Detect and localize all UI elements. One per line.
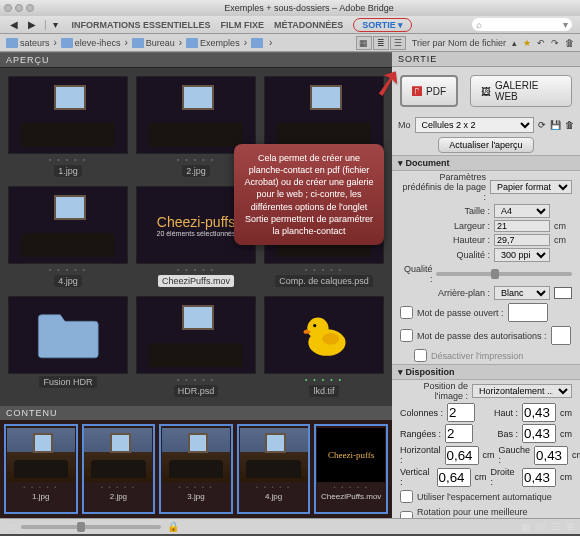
bottom-input[interactable] [522, 424, 556, 443]
rating-dots[interactable]: • • • • • [49, 156, 87, 163]
film-thumb-0[interactable]: • • • • •1.jpg [4, 424, 78, 514]
rating-dots[interactable]: • • • • • [177, 156, 215, 163]
section-disposition[interactable]: Disposition [392, 364, 580, 380]
folder-icon [6, 38, 18, 48]
dropdown-icon[interactable]: ▾ [53, 19, 58, 30]
view-thumb-icon[interactable]: ▤ [536, 521, 545, 532]
hspace-input[interactable] [445, 446, 479, 465]
panel-apercu-header[interactable]: APERÇU [0, 52, 392, 68]
film-thumb-4[interactable]: Cheezi-puffs• • • • •CheeziPuffs.mov [314, 424, 388, 514]
tab-output[interactable]: SORTIE▾ [353, 18, 412, 32]
output-web-button[interactable]: 🖼GALERIE WEB [470, 75, 572, 107]
right-input[interactable] [522, 468, 556, 487]
disable-print-check[interactable] [414, 349, 427, 362]
film-thumb-3[interactable]: • • • • •4.jpg [237, 424, 311, 514]
breadcrumb-bar: sateurs› eleve-ihecs› Bureau› Exemples› … [0, 34, 580, 52]
rating-dots[interactable]: • • • • • [49, 266, 87, 273]
thumb-6[interactable]: Fusion HDR [8, 296, 128, 398]
sort-label[interactable]: Trier par Nom de fichier [412, 38, 506, 48]
trash-icon[interactable]: 🗑 [565, 38, 574, 48]
trash-icon[interactable]: 🗑 [565, 120, 574, 130]
view-grid-icon[interactable]: ▦ [521, 521, 530, 532]
pwd-auth-input[interactable] [551, 326, 571, 345]
preset-select[interactable]: Papier format int [490, 180, 572, 194]
pwd-open-check[interactable] [400, 306, 413, 319]
rows-input[interactable] [445, 424, 473, 443]
annotation-callout: Cela permet de créer une planche-contact… [234, 144, 384, 245]
minimize-icon[interactable] [15, 4, 23, 12]
output-pdf-button[interactable]: 🅿PDF [400, 75, 458, 107]
lock-icon[interactable]: 🔒 [167, 521, 179, 532]
crumb-2[interactable]: Bureau [132, 38, 175, 48]
thumb-0[interactable]: • • • • •1.jpg [8, 76, 128, 178]
star-icon[interactable]: ★ [523, 38, 531, 48]
thumb-7[interactable]: • • • • •HDR.psd [136, 296, 256, 398]
nav-back-icon[interactable]: ◀ [8, 19, 20, 31]
top-input[interactable] [522, 403, 556, 422]
filmstrip[interactable]: • • • • •1.jpg • • • • •2.jpg • • • • •3… [0, 420, 392, 518]
filter-icon[interactable]: ▭ [6, 521, 15, 532]
thumb-8[interactable]: • • • • •lkd.tif [264, 296, 384, 398]
tab-essentials[interactable]: INFORMATIONS ESSENTIELLES [72, 20, 211, 30]
rotate-cw-icon[interactable]: ↷ [551, 38, 559, 48]
panel-contenu-header[interactable]: CONTENU [0, 406, 392, 420]
view-list-icon[interactable]: ≣ [373, 36, 389, 50]
bg-select[interactable]: Blanc [494, 286, 550, 300]
papersize-select[interactable]: A4 [494, 204, 550, 218]
folder-icon [186, 38, 198, 48]
film-thumb-2[interactable]: • • • • •3.jpg [159, 424, 233, 514]
crumb-0[interactable]: sateurs [6, 38, 50, 48]
view-detail-icon[interactable]: ☰ [390, 36, 406, 50]
window-title: Exemples + sous-dossiers – Adobe Bridge [224, 3, 393, 13]
tab-filmstrip[interactable]: FILM FIXE [220, 20, 264, 30]
bg-swatch[interactable] [554, 287, 572, 299]
tab-metadata[interactable]: MÉTADONNÉES [274, 20, 343, 30]
crumb-3[interactable]: Exemples [186, 38, 240, 48]
imagepos-select[interactable]: Horizontalement ... [472, 384, 572, 398]
panel-sortie-header[interactable]: SORTIE [392, 52, 580, 67]
film-thumb-1[interactable]: • • • • •2.jpg [82, 424, 156, 514]
view-mode-buttons[interactable]: ▦ ≣ ☰ [356, 36, 406, 50]
quality-select[interactable]: 300 ppi [494, 248, 550, 262]
quality-slider[interactable] [436, 272, 572, 276]
refresh-preview-button[interactable]: Actualiser l'aperçu [438, 137, 533, 153]
chevron-down-icon: ▾ [398, 20, 403, 30]
view-grid-icon[interactable]: ▦ [356, 36, 372, 50]
rating-dots[interactable]: • • • • • [177, 266, 215, 273]
thumb-size-slider[interactable] [21, 525, 161, 529]
crumb-1[interactable]: eleve-ihecs [61, 38, 121, 48]
autospace-check[interactable] [400, 490, 413, 503]
folder-icon [132, 38, 144, 48]
view-detail-icon[interactable]: ≣ [566, 521, 574, 532]
rotate-ccw-icon[interactable]: ↶ [537, 38, 545, 48]
section-document[interactable]: Document [392, 155, 580, 171]
height-input[interactable] [494, 234, 550, 246]
search-input[interactable] [482, 20, 563, 30]
chevron-down-icon[interactable]: ▾ [563, 19, 568, 30]
pwd-open-input[interactable] [508, 303, 548, 322]
window-controls[interactable] [4, 4, 34, 12]
cols-input[interactable] [447, 403, 475, 422]
vspace-input[interactable] [437, 468, 471, 487]
close-icon[interactable] [4, 4, 12, 12]
rating-dots[interactable]: • • • • • [177, 376, 215, 383]
save-icon[interactable]: 💾 [550, 120, 561, 130]
window-titlebar: Exemples + sous-dossiers – Adobe Bridge [0, 0, 580, 16]
search-input-wrap[interactable]: ⌕ ▾ [472, 18, 572, 31]
rotate-check[interactable] [400, 511, 413, 519]
folder-icon [61, 38, 73, 48]
rating-dots[interactable]: • • • • • [305, 266, 343, 273]
duck-image [264, 296, 384, 374]
model-select[interactable]: Cellules 2 x 2 [415, 117, 534, 133]
view-list-icon[interactable]: ☰ [551, 521, 560, 532]
thumb-3[interactable]: • • • • •4.jpg [8, 186, 128, 288]
left-input[interactable] [534, 446, 568, 465]
nav-forward-icon[interactable]: ▶ [26, 19, 38, 31]
pwd-auth-check[interactable] [400, 329, 413, 342]
refresh-icon[interactable]: ⟳ [538, 120, 546, 130]
sort-asc-icon[interactable]: ▴ [512, 38, 517, 48]
width-input[interactable] [494, 220, 550, 232]
zoom-icon[interactable] [26, 4, 34, 12]
rating-dots[interactable]: • • • • • [305, 376, 343, 383]
crumb-4[interactable] [251, 38, 265, 48]
